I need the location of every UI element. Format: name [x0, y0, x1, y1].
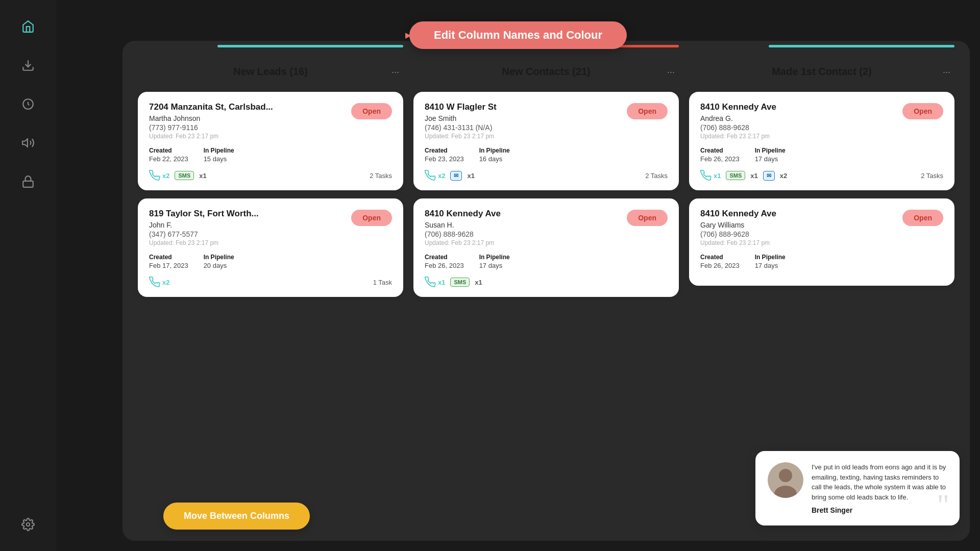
card-address: 7204 Manzanita St, Carlsbad... — [149, 102, 273, 112]
pipeline-value: 17 days — [479, 262, 510, 269]
card-address: 8410 Kennedy Ave — [425, 209, 501, 219]
card-updated: Updated: Feb 23 2:17 pm — [425, 133, 497, 140]
pipeline-value: 15 days — [204, 155, 234, 163]
tasks-label: 2 Tasks — [645, 172, 668, 180]
card-4: 8410 Kennedy Ave Susan H. (706) 888-9628… — [413, 198, 679, 297]
phone-icon-count: x1 — [700, 170, 721, 181]
sms-badge: SMS — [175, 171, 194, 180]
card-updated: Updated: Feb 23 2:17 pm — [149, 133, 273, 140]
card-updated: Updated: Feb 23 2:17 pm — [700, 133, 776, 140]
move-columns-button[interactable]: Move Between Columns — [163, 503, 310, 530]
sms-badge: SMS — [450, 278, 470, 287]
open-button[interactable]: Open — [351, 103, 392, 119]
created-label: Created — [700, 254, 740, 261]
column-menu-new-leads[interactable]: ··· — [391, 62, 399, 77]
tasks-label: 2 Tasks — [921, 172, 943, 180]
sidebar-icon-home[interactable] — [17, 15, 39, 38]
card-actions: x2 SMS x1 2 Tasks — [149, 170, 392, 181]
card-name: Gary Williams — [700, 221, 776, 229]
email-badge: ✉ — [763, 171, 775, 181]
card-updated: Updated: Feb 23 2:17 pm — [425, 239, 501, 246]
card-name: Joe Smith — [425, 114, 497, 122]
card-actions: x2 1 Task — [149, 277, 392, 288]
open-button[interactable]: Open — [627, 210, 668, 226]
card-address: 8410 Kennedy Ave — [700, 209, 776, 219]
pipeline-value: 16 days — [479, 155, 510, 163]
testimonial-bubble: I've put in old leads from eons ago and … — [755, 451, 960, 525]
phone-icon-count: x2 — [149, 170, 169, 181]
open-button[interactable]: Open — [351, 210, 392, 226]
pipeline-label: In Pipeline — [755, 254, 786, 261]
sms-badge: SMS — [726, 171, 745, 180]
card-actions: x2 ✉ x1 2 Tasks — [425, 170, 668, 181]
sidebar-icon-download[interactable] — [17, 54, 39, 77]
card-actions: x1 SMS x1 — [425, 277, 668, 288]
created-value: Feb 26, 2023 — [700, 155, 740, 163]
column-new-leads: New Leads (16) ··· 7204 Manzanita St, Ca… — [138, 41, 403, 297]
open-button[interactable]: Open — [902, 103, 943, 119]
pipeline-value: 20 days — [204, 262, 234, 269]
pipeline-label: In Pipeline — [755, 147, 786, 154]
created-label: Created — [425, 147, 464, 154]
card-name: Martha Johnson — [149, 114, 273, 122]
card-phone: (706) 888-9628 — [700, 230, 776, 238]
sidebar-icon-circle[interactable] — [17, 93, 39, 115]
column-header-made-1st-contact: Made 1st Contact (2) ··· — [689, 56, 954, 84]
pipeline-label: In Pipeline — [479, 147, 510, 154]
created-value: Feb 17, 2023 — [149, 262, 188, 269]
card-phone: (746) 431-3131 (N/A) — [425, 123, 497, 132]
card-address: 819 Taylor St, Fort Worth... — [149, 209, 259, 219]
card-2: 819 Taylor St, Fort Worth... John F. (34… — [138, 198, 403, 297]
open-button[interactable]: Open — [627, 103, 668, 119]
card-name: John F. — [149, 221, 259, 229]
svg-point-4 — [27, 523, 30, 527]
pipeline-value: 17 days — [755, 262, 786, 269]
card-1: 7204 Manzanita St, Carlsbad... Martha Jo… — [138, 92, 403, 190]
phone-icon-count: x1 — [425, 277, 445, 288]
card-updated: Updated: Feb 23 2:17 pm — [149, 239, 259, 246]
created-label: Created — [700, 147, 740, 154]
created-value: Feb 23, 2023 — [425, 155, 464, 163]
card-phone: (347) 677-5577 — [149, 230, 259, 238]
phone-icon-count: x2 — [149, 277, 169, 288]
column-menu-made-1st-contact[interactable]: ··· — [943, 62, 950, 77]
column-header-new-contacts: New Contacts (21) ··· — [413, 56, 679, 84]
created-value: Feb 22, 2023 — [149, 155, 188, 163]
tasks-label: 1 Task — [373, 279, 392, 286]
email-badge: ✉ — [450, 171, 462, 181]
sidebar-icon-lock[interactable] — [17, 170, 39, 193]
open-button[interactable]: Open — [902, 210, 943, 226]
sidebar-icon-megaphone[interactable] — [17, 132, 39, 154]
column-title-new-leads: New Leads (16) — [233, 66, 308, 78]
column-title-new-contacts: New Contacts (21) — [502, 66, 590, 78]
edit-column-button[interactable]: Edit Column Names and Colour — [409, 21, 627, 49]
column-title-made-1st-contact: Made 1st Contact (2) — [772, 66, 872, 78]
sidebar-icon-settings[interactable] — [17, 513, 39, 536]
svg-point-6 — [779, 469, 792, 482]
main-content: Edit Column Names and Colour New Leads (… — [56, 0, 980, 551]
testimonial-avatar — [768, 462, 803, 498]
column-new-contacts: New Contacts (21) ··· 8410 W Flagler St … — [413, 41, 679, 297]
created-label: Created — [149, 254, 188, 261]
card-name: Andrea G. — [700, 114, 776, 122]
card-updated: Updated: Feb 23 2:17 pm — [700, 239, 776, 246]
column-header-new-leads: New Leads (16) ··· — [138, 56, 403, 84]
sidebar — [0, 0, 56, 551]
created-value: Feb 26, 2023 — [700, 262, 740, 269]
column-menu-new-contacts[interactable]: ··· — [667, 62, 675, 77]
card-address: 8410 Kennedy Ave — [700, 102, 776, 112]
card-3: 8410 W Flagler St Joe Smith (746) 431-31… — [413, 92, 679, 190]
testimonial-name: Brett Singer — [812, 506, 947, 514]
pipeline-label: In Pipeline — [204, 147, 234, 154]
testimonial-text: I've put in old leads from eons ago and … — [812, 462, 947, 502]
card-phone: (773) 977-9116 — [149, 123, 273, 132]
svg-marker-2 — [22, 139, 28, 146]
quote-decoration: " — [937, 490, 950, 520]
pipeline-label: In Pipeline — [204, 254, 234, 261]
card-phone: (706) 888-9628 — [700, 123, 776, 132]
card-5: 8410 Kennedy Ave Andrea G. (706) 888-962… — [689, 92, 954, 190]
card-name: Susan H. — [425, 221, 501, 229]
card-actions: x1 SMS x1 ✉ x2 2 Tasks — [700, 170, 943, 181]
card-phone: (706) 888-9628 — [425, 230, 501, 238]
card-6: 8410 Kennedy Ave Gary Williams (706) 888… — [689, 198, 954, 286]
